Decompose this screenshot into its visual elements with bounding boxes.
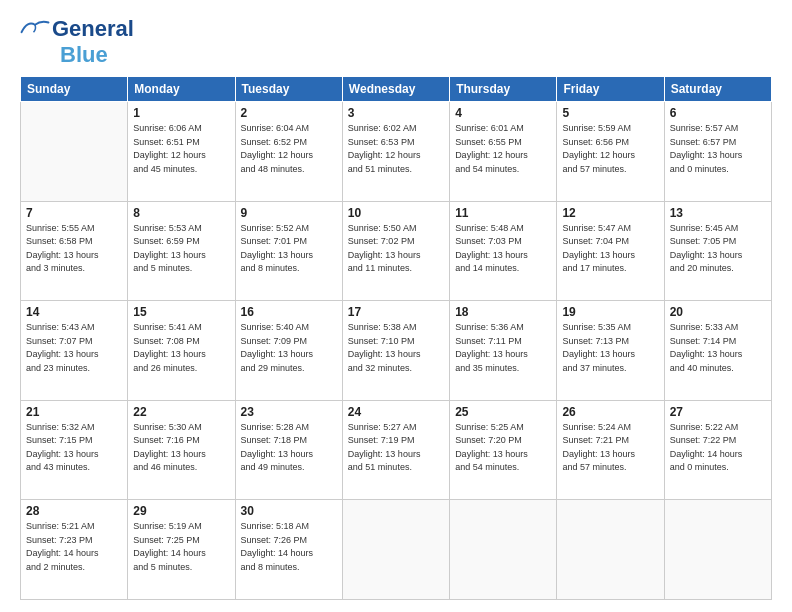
day-info: Sunrise: 5:48 AM Sunset: 7:03 PM Dayligh…	[455, 222, 551, 276]
logo-text-blue: Blue	[60, 42, 108, 68]
calendar-cell: 3Sunrise: 6:02 AM Sunset: 6:53 PM Daylig…	[342, 102, 449, 202]
day-info: Sunrise: 5:50 AM Sunset: 7:02 PM Dayligh…	[348, 222, 444, 276]
calendar-cell	[664, 500, 771, 600]
day-info: Sunrise: 5:30 AM Sunset: 7:16 PM Dayligh…	[133, 421, 229, 475]
day-info: Sunrise: 5:41 AM Sunset: 7:08 PM Dayligh…	[133, 321, 229, 375]
day-number: 7	[26, 206, 122, 220]
header-day-saturday: Saturday	[664, 77, 771, 102]
calendar-table: SundayMondayTuesdayWednesdayThursdayFrid…	[20, 76, 772, 600]
calendar-cell	[557, 500, 664, 600]
header-day-sunday: Sunday	[21, 77, 128, 102]
calendar-cell: 9Sunrise: 5:52 AM Sunset: 7:01 PM Daylig…	[235, 201, 342, 301]
day-number: 22	[133, 405, 229, 419]
page: General Blue SundayMondayTuesdayWednesda…	[0, 0, 792, 612]
header-day-wednesday: Wednesday	[342, 77, 449, 102]
calendar-cell: 19Sunrise: 5:35 AM Sunset: 7:13 PM Dayli…	[557, 301, 664, 401]
day-number: 13	[670, 206, 766, 220]
calendar-cell: 1Sunrise: 6:06 AM Sunset: 6:51 PM Daylig…	[128, 102, 235, 202]
day-number: 20	[670, 305, 766, 319]
day-info: Sunrise: 5:47 AM Sunset: 7:04 PM Dayligh…	[562, 222, 658, 276]
day-info: Sunrise: 5:18 AM Sunset: 7:26 PM Dayligh…	[241, 520, 337, 574]
calendar-cell: 21Sunrise: 5:32 AM Sunset: 7:15 PM Dayli…	[21, 400, 128, 500]
calendar-cell	[450, 500, 557, 600]
day-number: 16	[241, 305, 337, 319]
day-info: Sunrise: 5:59 AM Sunset: 6:56 PM Dayligh…	[562, 122, 658, 176]
day-info: Sunrise: 5:55 AM Sunset: 6:58 PM Dayligh…	[26, 222, 122, 276]
day-info: Sunrise: 5:36 AM Sunset: 7:11 PM Dayligh…	[455, 321, 551, 375]
day-info: Sunrise: 5:33 AM Sunset: 7:14 PM Dayligh…	[670, 321, 766, 375]
day-info: Sunrise: 5:27 AM Sunset: 7:19 PM Dayligh…	[348, 421, 444, 475]
day-info: Sunrise: 6:02 AM Sunset: 6:53 PM Dayligh…	[348, 122, 444, 176]
calendar-cell: 11Sunrise: 5:48 AM Sunset: 7:03 PM Dayli…	[450, 201, 557, 301]
day-info: Sunrise: 5:21 AM Sunset: 7:23 PM Dayligh…	[26, 520, 122, 574]
calendar-cell: 7Sunrise: 5:55 AM Sunset: 6:58 PM Daylig…	[21, 201, 128, 301]
calendar-header-row: SundayMondayTuesdayWednesdayThursdayFrid…	[21, 77, 772, 102]
calendar-cell: 10Sunrise: 5:50 AM Sunset: 7:02 PM Dayli…	[342, 201, 449, 301]
day-info: Sunrise: 5:28 AM Sunset: 7:18 PM Dayligh…	[241, 421, 337, 475]
day-number: 8	[133, 206, 229, 220]
day-number: 14	[26, 305, 122, 319]
header-day-tuesday: Tuesday	[235, 77, 342, 102]
calendar-cell: 16Sunrise: 5:40 AM Sunset: 7:09 PM Dayli…	[235, 301, 342, 401]
calendar-cell: 6Sunrise: 5:57 AM Sunset: 6:57 PM Daylig…	[664, 102, 771, 202]
day-number: 12	[562, 206, 658, 220]
day-number: 1	[133, 106, 229, 120]
week-row-5: 28Sunrise: 5:21 AM Sunset: 7:23 PM Dayli…	[21, 500, 772, 600]
header: General Blue	[20, 16, 772, 68]
day-info: Sunrise: 5:24 AM Sunset: 7:21 PM Dayligh…	[562, 421, 658, 475]
day-info: Sunrise: 5:25 AM Sunset: 7:20 PM Dayligh…	[455, 421, 551, 475]
logo-text-general: General	[52, 16, 134, 42]
calendar-cell: 5Sunrise: 5:59 AM Sunset: 6:56 PM Daylig…	[557, 102, 664, 202]
day-number: 24	[348, 405, 444, 419]
week-row-1: 1Sunrise: 6:06 AM Sunset: 6:51 PM Daylig…	[21, 102, 772, 202]
calendar-cell: 29Sunrise: 5:19 AM Sunset: 7:25 PM Dayli…	[128, 500, 235, 600]
day-info: Sunrise: 5:43 AM Sunset: 7:07 PM Dayligh…	[26, 321, 122, 375]
calendar-cell: 28Sunrise: 5:21 AM Sunset: 7:23 PM Dayli…	[21, 500, 128, 600]
calendar-cell: 8Sunrise: 5:53 AM Sunset: 6:59 PM Daylig…	[128, 201, 235, 301]
calendar-cell: 22Sunrise: 5:30 AM Sunset: 7:16 PM Dayli…	[128, 400, 235, 500]
calendar-cell: 25Sunrise: 5:25 AM Sunset: 7:20 PM Dayli…	[450, 400, 557, 500]
day-info: Sunrise: 5:57 AM Sunset: 6:57 PM Dayligh…	[670, 122, 766, 176]
day-number: 5	[562, 106, 658, 120]
calendar-cell: 26Sunrise: 5:24 AM Sunset: 7:21 PM Dayli…	[557, 400, 664, 500]
day-number: 27	[670, 405, 766, 419]
calendar-cell: 27Sunrise: 5:22 AM Sunset: 7:22 PM Dayli…	[664, 400, 771, 500]
calendar-cell: 18Sunrise: 5:36 AM Sunset: 7:11 PM Dayli…	[450, 301, 557, 401]
calendar-cell: 23Sunrise: 5:28 AM Sunset: 7:18 PM Dayli…	[235, 400, 342, 500]
day-number: 9	[241, 206, 337, 220]
header-day-monday: Monday	[128, 77, 235, 102]
day-number: 18	[455, 305, 551, 319]
day-info: Sunrise: 5:32 AM Sunset: 7:15 PM Dayligh…	[26, 421, 122, 475]
day-info: Sunrise: 6:01 AM Sunset: 6:55 PM Dayligh…	[455, 122, 551, 176]
logo: General Blue	[20, 16, 134, 68]
calendar-cell: 14Sunrise: 5:43 AM Sunset: 7:07 PM Dayli…	[21, 301, 128, 401]
day-number: 21	[26, 405, 122, 419]
calendar-cell	[342, 500, 449, 600]
day-number: 4	[455, 106, 551, 120]
calendar-cell: 13Sunrise: 5:45 AM Sunset: 7:05 PM Dayli…	[664, 201, 771, 301]
day-info: Sunrise: 5:35 AM Sunset: 7:13 PM Dayligh…	[562, 321, 658, 375]
day-number: 28	[26, 504, 122, 518]
day-number: 26	[562, 405, 658, 419]
day-number: 15	[133, 305, 229, 319]
day-info: Sunrise: 6:04 AM Sunset: 6:52 PM Dayligh…	[241, 122, 337, 176]
calendar-cell: 17Sunrise: 5:38 AM Sunset: 7:10 PM Dayli…	[342, 301, 449, 401]
day-number: 11	[455, 206, 551, 220]
calendar-cell: 30Sunrise: 5:18 AM Sunset: 7:26 PM Dayli…	[235, 500, 342, 600]
day-number: 6	[670, 106, 766, 120]
calendar-cell: 4Sunrise: 6:01 AM Sunset: 6:55 PM Daylig…	[450, 102, 557, 202]
calendar-cell: 24Sunrise: 5:27 AM Sunset: 7:19 PM Dayli…	[342, 400, 449, 500]
calendar-cell	[21, 102, 128, 202]
day-info: Sunrise: 6:06 AM Sunset: 6:51 PM Dayligh…	[133, 122, 229, 176]
week-row-3: 14Sunrise: 5:43 AM Sunset: 7:07 PM Dayli…	[21, 301, 772, 401]
day-number: 29	[133, 504, 229, 518]
day-number: 25	[455, 405, 551, 419]
header-day-friday: Friday	[557, 77, 664, 102]
calendar-cell: 12Sunrise: 5:47 AM Sunset: 7:04 PM Dayli…	[557, 201, 664, 301]
logo-icon	[20, 18, 50, 36]
week-row-2: 7Sunrise: 5:55 AM Sunset: 6:58 PM Daylig…	[21, 201, 772, 301]
day-info: Sunrise: 5:45 AM Sunset: 7:05 PM Dayligh…	[670, 222, 766, 276]
day-number: 19	[562, 305, 658, 319]
calendar-cell: 20Sunrise: 5:33 AM Sunset: 7:14 PM Dayli…	[664, 301, 771, 401]
day-number: 2	[241, 106, 337, 120]
